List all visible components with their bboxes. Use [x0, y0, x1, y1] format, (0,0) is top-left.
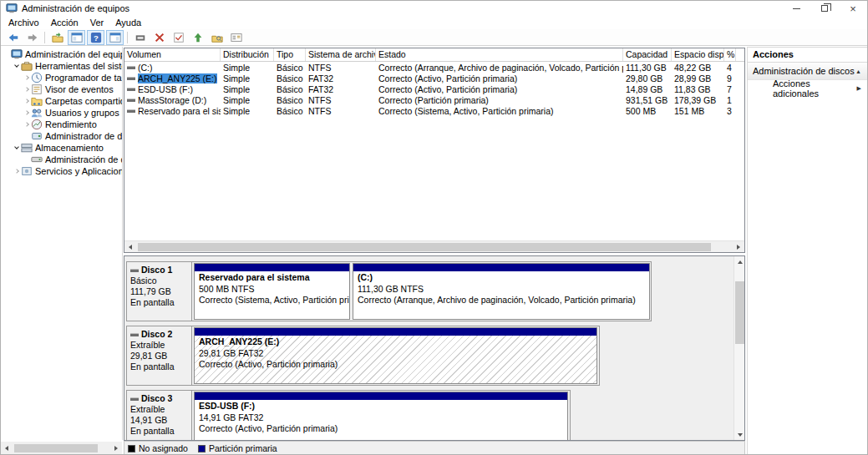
volume-cell: Básico — [274, 73, 306, 83]
list-horizontal-scrollbar[interactable] — [124, 240, 744, 252]
minimize-button[interactable] — [782, 1, 810, 16]
search-folder-icon[interactable] — [208, 30, 226, 45]
menu-archivo[interactable]: Archivo — [3, 17, 45, 28]
tree-item-visor-de-eventos[interactable]: Visor de eventos — [1, 83, 122, 95]
partition-arch-any225-e[interactable]: ARCH_ANY225 (E:)29,81 GB FAT32Correcto (… — [194, 327, 597, 384]
up-level-icon[interactable] — [189, 30, 206, 45]
legend-label: Partición primaria — [209, 443, 277, 453]
column-header-capacidad[interactable]: Capacidad — [623, 48, 672, 61]
column-header-sistema-de-archivos[interactable]: Sistema de archivos — [306, 48, 376, 61]
properties-check-icon[interactable] — [170, 30, 187, 45]
chevron-right-icon[interactable] — [13, 169, 21, 173]
column-header-tipo[interactable]: Tipo — [274, 48, 306, 61]
volume-cell: 178,39 GB — [672, 95, 724, 105]
disk-vertical-scrollbar[interactable] — [733, 256, 744, 440]
volume-cell: Correcto (Activo, Partición primaria) — [376, 73, 623, 83]
disk-size: 111,79 GB — [130, 286, 191, 297]
legend-color-swatch — [128, 445, 135, 452]
tree-item-label: Almacenamiento — [35, 143, 104, 153]
scrollbar-thumb[interactable] — [138, 243, 711, 251]
scroll-left-icon[interactable] — [1, 442, 13, 454]
volume-row[interactable]: ESD-USB (F:)SimpleBásicoFAT32Correcto (A… — [124, 83, 744, 94]
tree-item-herramientas-del-sistema[interactable]: Herramientas del sistema — [1, 60, 122, 72]
delete-icon[interactable] — [150, 30, 168, 45]
scroll-left-icon[interactable] — [124, 241, 136, 253]
chevron-right-icon[interactable] — [23, 76, 31, 79]
disk-header[interactable]: Disco 2Extraíble29,81 GBEn pantalla — [127, 326, 192, 385]
tree-horizontal-scrollbar[interactable] — [1, 442, 122, 454]
disk-header[interactable]: Disco 1Básico111,79 GBEn pantalla — [127, 262, 192, 321]
volume-row[interactable]: (C:)SimpleBásicoNTFSCorrecto (Arranque, … — [124, 62, 744, 73]
column-header-distribucion[interactable]: Distribución — [221, 48, 274, 61]
back-icon[interactable] — [4, 30, 22, 45]
show-action-pane-icon[interactable] — [106, 30, 124, 45]
partition-status: Correcto (Activo, Partición primaria) — [199, 423, 567, 435]
column-header-volumen[interactable]: Volumen — [124, 48, 221, 61]
volume-cell: Básico — [274, 95, 306, 105]
scrollbar-thumb[interactable] — [14, 444, 98, 452]
disk-status: En pantalla — [130, 426, 191, 437]
chevron-down-icon[interactable] — [13, 65, 21, 67]
chevron-down-icon[interactable] — [13, 147, 21, 149]
actions-item-more-actions[interactable]: Acciones adicionales ▶ — [748, 80, 868, 97]
help-icon[interactable]: ? — [87, 30, 104, 45]
tree-item-administrador-de-dispo[interactable]: Administrador de dispo — [1, 130, 122, 142]
volume-list-header: VolumenDistribuciónTipoSistema de archiv… — [124, 48, 744, 62]
scroll-right-icon[interactable] — [110, 442, 122, 454]
disk-status: En pantalla — [130, 361, 191, 372]
tree-item-almacenamiento[interactable]: Almacenamiento — [1, 142, 122, 154]
disk-header[interactable]: Disco 3Extraíble14,91 GBEn pantalla — [127, 391, 192, 441]
console-tree-icon[interactable] — [68, 30, 85, 45]
export-folder-icon[interactable] — [48, 30, 66, 45]
volume-cell: Correcto (Arranque, Archivo de paginació… — [376, 63, 623, 73]
scrollbar-thumb[interactable] — [735, 281, 744, 344]
tree-item-rendimiento[interactable]: Rendimiento — [1, 119, 122, 130]
volume-row[interactable]: ARCH_ANY225 (E:)SimpleBásicoFAT32Correct… — [124, 73, 744, 83]
volume-list-pane: VolumenDistribuciónTipoSistema de archiv… — [124, 48, 745, 253]
tree-item-label: Carpetas compartidas — [45, 96, 122, 106]
volume-cell: 29,80 GB — [623, 73, 672, 83]
actions-section-disk-management[interactable]: Administración de discos ▲ — [748, 63, 868, 80]
tree-item-administracion-del-equipo-loc[interactable]: Administración del equipo (loc — [1, 48, 122, 60]
partition-reservado-para-el-sistema[interactable]: Reservado para el sistema500 MB NTFSCorr… — [194, 263, 350, 320]
chevron-right-icon[interactable] — [23, 123, 31, 126]
disk-name: Disco 2 — [141, 329, 172, 340]
scroll-right-icon[interactable] — [733, 241, 744, 253]
action-menu-icon[interactable] — [131, 30, 149, 45]
menu-accion[interactable]: Acción — [45, 17, 84, 28]
volume-icon — [127, 99, 135, 102]
tree-item-carpetas-compartidas[interactable]: Carpetas compartidas — [1, 95, 122, 107]
column-header-espacio-disponible[interactable]: Espacio disponible — [672, 48, 724, 61]
tree-item-administracion-de-disco[interactable]: Administración de disco — [1, 154, 122, 165]
actions-pane-title: Acciones — [748, 48, 868, 63]
forward-icon[interactable] — [23, 30, 41, 45]
partition-esd-usb-f[interactable]: ESD-USB (F:)14,91 GB FAT32Correcto (Acti… — [194, 392, 568, 441]
volume-name: ARCH_ANY225 (E:) — [138, 73, 217, 83]
tree-item-servicios-y-aplicaciones[interactable]: Servicios y Aplicaciones — [1, 165, 122, 177]
chevron-right-icon[interactable] — [23, 111, 31, 114]
menu-ver[interactable]: Ver — [84, 17, 110, 28]
chevron-right-icon[interactable] — [23, 88, 31, 91]
performance-icon — [31, 119, 43, 130]
tree-item-programador-de-tareas[interactable]: Programador de tareas — [1, 72, 122, 83]
partition-status: Correcto (Sistema, Activo, Partición pri… — [199, 295, 349, 306]
column-header-estado[interactable]: Estado — [376, 48, 623, 61]
tree-item-usuarios-y-grupos-locale[interactable]: Usuarios y grupos locale — [1, 107, 122, 119]
volume-cell: Correcto (Activo, Partición primaria) — [376, 84, 623, 94]
volume-cell: 151 MB — [672, 106, 724, 116]
scroll-up-icon[interactable] — [734, 256, 745, 267]
close-button[interactable]: × — [839, 1, 867, 16]
chevron-right-icon[interactable] — [23, 99, 31, 103]
submenu-arrow-icon: ▶ — [857, 85, 861, 92]
collapse-icon[interactable]: ▲ — [855, 68, 861, 74]
menu-ayuda[interactable]: Ayuda — [109, 17, 147, 28]
restore-button[interactable] — [810, 1, 839, 16]
column-header-%[interactable]: % — [724, 48, 736, 61]
volume-row[interactable]: Reservado para el sistemaSimpleBásicoNTF… — [124, 105, 744, 116]
partition-c[interactable]: (C:)111,30 GB NTFSCorrecto (Arranque, Ar… — [353, 263, 650, 320]
volume-cell: FAT32 — [306, 84, 376, 94]
volume-row[interactable]: MassStorage (D:)SimpleBásicoNTFSCorrecto… — [124, 94, 744, 105]
volume-cell: 500 MB — [623, 106, 672, 116]
attribute-list-icon[interactable] — [227, 30, 245, 45]
scroll-down-icon[interactable] — [734, 429, 745, 440]
